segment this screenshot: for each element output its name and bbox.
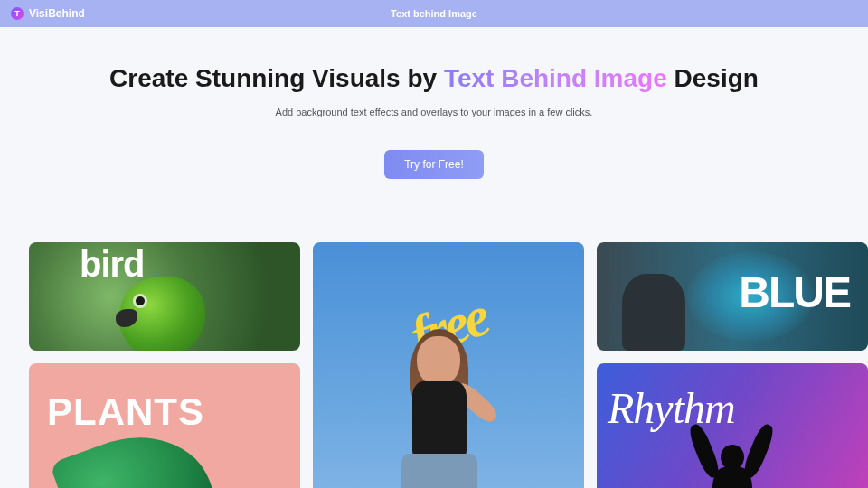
woman-graphic [385,336,512,488]
gallery-card-bird[interactable]: bird [29,242,300,351]
gallery-card-plants[interactable]: PLANTS [29,363,300,488]
card-text-bird: bird [80,244,145,285]
dancer-graphic [669,418,796,488]
brand-name: VisiBehind [29,7,85,20]
person-graphic [622,274,685,351]
hero-title-highlight: Text Behind Image [444,64,667,92]
hero-subtitle: Add background text effects and overlays… [18,107,850,117]
try-free-button[interactable]: Try for Free! [384,150,484,179]
gallery-card-rhythm[interactable]: Rhythm [597,363,868,488]
hero-title: Create Stunning Visuals by Text Behind I… [18,63,850,94]
card-text-plants: PLANTS [47,390,204,434]
hero-title-post: Design [667,64,759,92]
hero-title-pre: Create Stunning Visuals by [109,64,444,92]
header-nav-link[interactable]: Text behind Image [391,8,477,19]
gallery: bird PLANTS free BLUE Rhythm [14,242,854,488]
brand-logo[interactable]: T VisiBehind [11,7,85,20]
hero-section: Create Stunning Visuals by Text Behind I… [0,27,868,206]
parrot-graphic [119,277,205,351]
gallery-card-free[interactable]: free [313,242,584,488]
gallery-card-blue[interactable]: BLUE [597,242,868,351]
logo-icon: T [11,7,24,20]
header: T VisiBehind Text behind Image [0,0,868,27]
card-text-blue: BLUE [739,267,850,317]
